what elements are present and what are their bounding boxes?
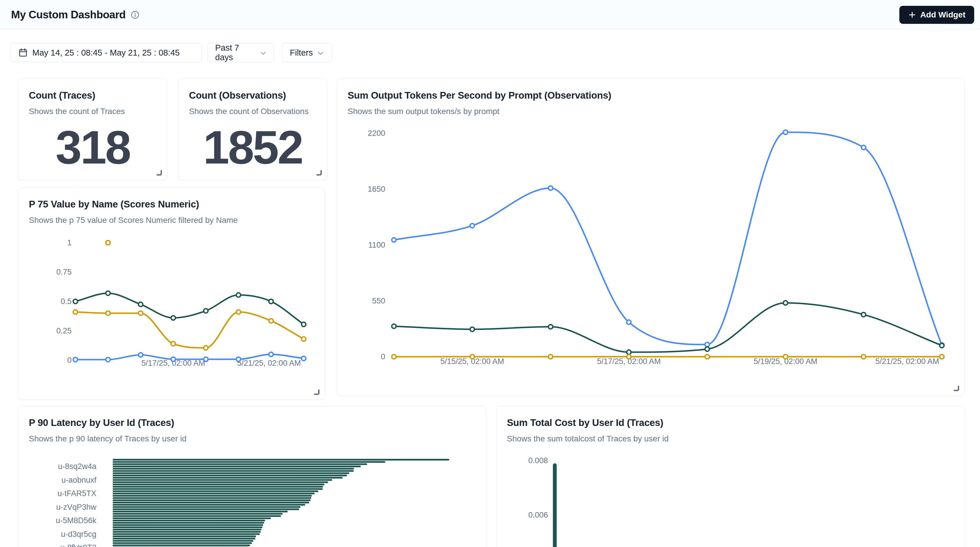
green-prompt-series-point[interactable] bbox=[940, 343, 944, 348]
latency-bar[interactable] bbox=[113, 511, 288, 512]
blue-score-series-point[interactable] bbox=[171, 357, 175, 361]
p75-chart[interactable]: 00.250.50.7515/17/25, 02:00 AM5/21/25, 0… bbox=[18, 231, 325, 401]
blue-prompt-series-point[interactable] bbox=[627, 320, 631, 324]
latency-bar[interactable] bbox=[113, 520, 265, 522]
green-score-series-point[interactable] bbox=[106, 291, 110, 295]
latency-bar[interactable] bbox=[113, 513, 283, 515]
blue-score-series-point[interactable] bbox=[138, 353, 143, 357]
orange-prompt-series-point[interactable] bbox=[783, 355, 788, 359]
green-score-series-point[interactable] bbox=[236, 293, 241, 297]
green-score-series-point[interactable] bbox=[171, 316, 175, 320]
latency-bar[interactable] bbox=[113, 497, 311, 499]
tokens-per-second-chart[interactable]: 05501100165022005/15/25, 02:00 AM5/17/25… bbox=[337, 122, 965, 397]
blue-score-series-point[interactable] bbox=[269, 352, 274, 357]
blue-prompt-series-point[interactable] bbox=[392, 238, 396, 242]
latency-bar[interactable] bbox=[113, 526, 262, 528]
latency-bar[interactable] bbox=[113, 545, 250, 546]
latency-bar[interactable] bbox=[113, 538, 255, 539]
orange-prompt-series-point[interactable] bbox=[940, 355, 944, 359]
latency-bar[interactable] bbox=[113, 461, 385, 463]
latency-bar[interactable] bbox=[113, 493, 315, 494]
green-prompt-series-point[interactable] bbox=[783, 301, 788, 305]
latency-bar[interactable] bbox=[113, 466, 361, 467]
latency-bar[interactable] bbox=[113, 477, 343, 479]
latency-bar[interactable] bbox=[113, 463, 367, 465]
latency-bar[interactable] bbox=[113, 488, 323, 490]
orange-score-series-point[interactable] bbox=[138, 311, 143, 316]
sum-total-cost-chart[interactable]: 0.0080.006 bbox=[496, 450, 965, 547]
orange-score-series-point[interactable] bbox=[269, 319, 274, 323]
add-widget-button[interactable]: Add Widget bbox=[899, 6, 974, 24]
orange-prompt-series-point[interactable] bbox=[549, 355, 553, 359]
orange-prompt-series-point[interactable] bbox=[470, 355, 474, 359]
green-prompt-series-point[interactable] bbox=[549, 325, 553, 329]
latency-bar[interactable] bbox=[113, 509, 299, 511]
orange-prompt-series-point[interactable] bbox=[705, 355, 710, 359]
latency-bar[interactable] bbox=[113, 499, 311, 501]
blue-prompt-series-point[interactable] bbox=[705, 342, 710, 347]
orange-score-series-point[interactable] bbox=[73, 310, 78, 314]
green-score-series-point[interactable] bbox=[269, 300, 274, 304]
latency-bar[interactable] bbox=[113, 518, 271, 519]
orange-score-series-point[interactable] bbox=[171, 342, 175, 346]
latency-bar[interactable] bbox=[113, 529, 261, 530]
green-prompt-series-point[interactable] bbox=[705, 347, 710, 351]
green-prompt-series-point[interactable] bbox=[470, 327, 474, 331]
latency-bar[interactable] bbox=[113, 531, 261, 533]
resize-handle-icon[interactable] bbox=[312, 387, 321, 396]
orange-score-series-point[interactable] bbox=[302, 337, 306, 341]
date-range-picker[interactable]: May 14, 25 : 08:45 - May 21, 25 : 08:45 bbox=[11, 43, 202, 62]
orange-score-series-point[interactable] bbox=[236, 310, 241, 314]
orange-prompt-series-point[interactable] bbox=[392, 355, 396, 359]
green-prompt-series-point[interactable] bbox=[392, 324, 396, 328]
cost-bar[interactable] bbox=[553, 463, 557, 547]
green-score-series-point[interactable] bbox=[302, 322, 306, 327]
green-prompt-series-point[interactable] bbox=[627, 350, 631, 354]
resize-handle-icon[interactable] bbox=[154, 168, 163, 177]
latency-bar[interactable] bbox=[113, 540, 253, 542]
blue-prompt-series-point[interactable] bbox=[549, 186, 553, 190]
latency-bar[interactable] bbox=[113, 491, 318, 492]
blue-prompt-series-point[interactable] bbox=[783, 130, 788, 135]
info-icon[interactable] bbox=[131, 11, 140, 19]
latency-bar[interactable] bbox=[113, 504, 305, 506]
blue-prompt-series-point[interactable] bbox=[862, 145, 866, 149]
range-preset-dropdown[interactable]: Past 7 days bbox=[207, 43, 274, 62]
green-score-series-point[interactable] bbox=[138, 302, 143, 307]
latency-bar[interactable] bbox=[113, 542, 252, 544]
blue-score-series-point[interactable] bbox=[106, 357, 110, 361]
latency-bar[interactable] bbox=[113, 482, 328, 483]
latency-bar[interactable] bbox=[113, 468, 354, 469]
latency-bar[interactable] bbox=[113, 536, 256, 537]
latency-bar[interactable] bbox=[113, 515, 281, 517]
latency-bar[interactable] bbox=[113, 533, 260, 535]
p90-latency-chart[interactable]: u-8sq2w4au-aobnuxfu-tFAR5TXu-zVqP3hwu-5M… bbox=[18, 450, 487, 547]
latency-bar[interactable] bbox=[113, 470, 354, 472]
latency-bar[interactable] bbox=[113, 506, 301, 508]
resize-handle-icon[interactable] bbox=[951, 384, 960, 392]
orange-prompt-series-point[interactable] bbox=[627, 355, 631, 359]
green-score-series-point[interactable] bbox=[73, 300, 78, 304]
latency-bar[interactable] bbox=[113, 495, 312, 497]
orange-prompt-series-point[interactable] bbox=[862, 355, 866, 359]
latency-bar[interactable] bbox=[113, 502, 309, 503]
latency-bar[interactable] bbox=[113, 524, 263, 526]
green-score-series-point[interactable] bbox=[204, 309, 208, 313]
latency-bar[interactable] bbox=[113, 479, 332, 481]
resize-handle-icon[interactable] bbox=[314, 168, 323, 177]
orange-score-point-point[interactable] bbox=[106, 241, 110, 245]
latency-bar[interactable] bbox=[113, 522, 264, 524]
blue-score-series-point[interactable] bbox=[302, 356, 306, 360]
filters-dropdown[interactable]: Filters bbox=[282, 43, 332, 62]
latency-bar[interactable] bbox=[113, 472, 349, 474]
latency-bar[interactable] bbox=[113, 486, 323, 488]
blue-prompt-series-point[interactable] bbox=[470, 224, 474, 228]
orange-score-series-point[interactable] bbox=[106, 311, 110, 316]
latency-bar[interactable] bbox=[113, 459, 449, 461]
blue-score-series-point[interactable] bbox=[204, 357, 208, 361]
blue-score-series-point[interactable] bbox=[236, 357, 241, 361]
green-prompt-series-point[interactable] bbox=[862, 312, 866, 317]
latency-bar[interactable] bbox=[113, 474, 347, 476]
orange-score-series-point[interactable] bbox=[204, 346, 208, 350]
blue-score-series-point[interactable] bbox=[73, 357, 78, 361]
